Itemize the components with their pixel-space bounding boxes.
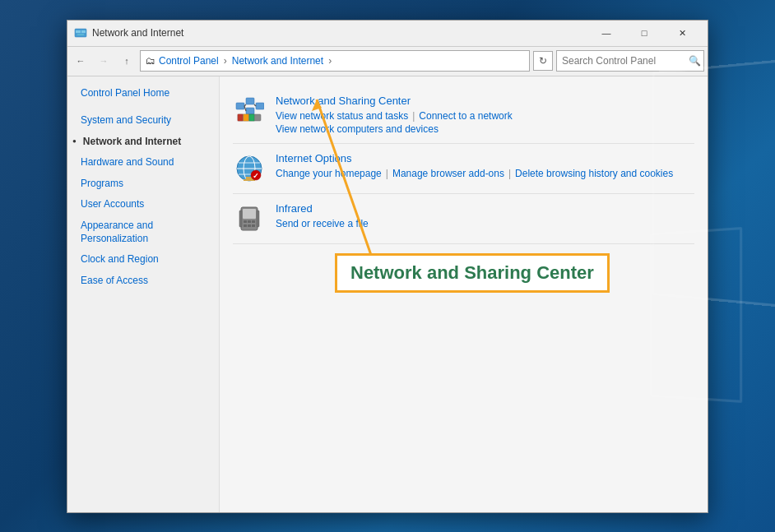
delete-browsing-history-link[interactable]: Delete browsing history and cookies bbox=[515, 168, 673, 179]
sidebar: Control Panel Home System and Security N… bbox=[67, 76, 220, 512]
control-panel-window: Network and Internet — □ ✕ ← → ↑ 🗂 Contr… bbox=[67, 20, 708, 513]
sidebar-item-control-panel-home[interactable]: Control Panel Home bbox=[67, 83, 219, 104]
svg-rect-27 bbox=[248, 220, 251, 223]
forward-button[interactable]: → bbox=[94, 51, 114, 71]
sidebar-label-appearance: Appearance andPersonalization bbox=[81, 220, 153, 245]
path-control-panel[interactable]: Control Panel bbox=[159, 55, 219, 67]
svg-rect-5 bbox=[246, 98, 254, 104]
title-bar: Network and Internet — □ ✕ bbox=[67, 21, 708, 47]
svg-rect-4 bbox=[236, 103, 244, 109]
internet-options-title[interactable]: Internet Options bbox=[276, 152, 673, 164]
path-network-internet[interactable]: Network and Internet bbox=[232, 55, 323, 67]
svg-rect-1 bbox=[76, 30, 81, 33]
network-sharing-info: Network and Sharing Center View network … bbox=[276, 95, 513, 135]
minimize-button[interactable]: — bbox=[587, 20, 625, 46]
svg-rect-12 bbox=[238, 114, 243, 121]
path-icon: 🗂 bbox=[146, 55, 155, 67]
svg-rect-2 bbox=[81, 30, 86, 33]
category-infrared: Infrared Send or receive a file bbox=[233, 194, 694, 244]
svg-rect-25 bbox=[243, 209, 256, 219]
infrared-links: Send or receive a file bbox=[276, 218, 369, 229]
view-network-status-link[interactable]: View network status and tasks bbox=[276, 110, 408, 122]
sidebar-item-programs[interactable]: Programs bbox=[67, 173, 219, 195]
sidebar-item-hardware-sound[interactable]: Hardware and Sound bbox=[67, 152, 219, 173]
manage-browser-addons-link[interactable]: Manage browser add-ons bbox=[392, 168, 504, 179]
view-network-computers-link[interactable]: View network computers and devices bbox=[276, 123, 513, 135]
change-homepage-link[interactable]: Change your homepage bbox=[276, 168, 382, 179]
svg-rect-29 bbox=[244, 224, 247, 227]
category-network-sharing: Network and Sharing Center View network … bbox=[233, 86, 694, 144]
back-button[interactable]: ← bbox=[71, 51, 90, 71]
sidebar-item-appearance[interactable]: Appearance andPersonalization bbox=[67, 215, 219, 249]
sidebar-item-user-accounts[interactable]: User Accounts bbox=[67, 194, 219, 215]
svg-rect-28 bbox=[252, 220, 255, 223]
network-sharing-title[interactable]: Network and Sharing Center bbox=[276, 95, 513, 107]
address-bar: ← → ↑ 🗂 Control Panel › Network and Inte… bbox=[67, 47, 708, 76]
internet-options-links: Change your homepage | Manage browser ad… bbox=[276, 168, 673, 179]
send-receive-file-link[interactable]: Send or receive a file bbox=[276, 218, 369, 229]
refresh-button[interactable]: ↻ bbox=[533, 51, 553, 71]
svg-rect-13 bbox=[244, 114, 248, 121]
infrared-icon bbox=[233, 202, 266, 235]
sidebar-label-ease-of-access: Ease of Access bbox=[81, 275, 148, 288]
svg-rect-6 bbox=[246, 108, 254, 114]
svg-rect-32 bbox=[239, 210, 242, 227]
sidebar-label-hardware-sound: Hardware and Sound bbox=[81, 156, 174, 169]
sidebar-label-system-security: System and Security bbox=[81, 114, 171, 127]
svg-rect-33 bbox=[257, 210, 259, 227]
content-panel: Network and Sharing Center View network … bbox=[220, 76, 708, 512]
svg-rect-3 bbox=[77, 34, 84, 35]
category-internet-options: ✓ Internet Options Change your homepage … bbox=[233, 144, 694, 194]
internet-options-info: Internet Options Change your homepage | … bbox=[276, 152, 673, 179]
annotation-box: Network and Sharing Center bbox=[335, 253, 610, 293]
maximize-button[interactable]: □ bbox=[625, 20, 663, 46]
internet-options-icon: ✓ bbox=[233, 152, 266, 185]
svg-rect-30 bbox=[248, 224, 251, 227]
network-sharing-icon bbox=[233, 95, 266, 127]
sidebar-label-network-internet: Network and Internet bbox=[83, 136, 181, 149]
sidebar-label-control-panel-home: Control Panel Home bbox=[81, 87, 169, 100]
cat-sep-3: | bbox=[508, 168, 511, 179]
main-content: Control Panel Home System and Security N… bbox=[67, 76, 708, 512]
svg-rect-7 bbox=[256, 103, 264, 109]
sidebar-item-network-internet[interactable]: Network and Internet bbox=[67, 132, 219, 153]
cat-sep-2: | bbox=[386, 168, 388, 179]
window-title: Network and Internet bbox=[92, 27, 587, 39]
svg-rect-31 bbox=[252, 224, 255, 227]
search-icon[interactable]: 🔍 bbox=[689, 55, 701, 67]
sidebar-item-clock-region[interactable]: Clock and Region bbox=[67, 249, 219, 271]
infrared-info: Infrared Send or receive a file bbox=[276, 202, 369, 229]
window-controls: — □ ✕ bbox=[587, 20, 701, 46]
network-sharing-links: View network status and tasks | Connect … bbox=[276, 110, 513, 122]
svg-text:✓: ✓ bbox=[253, 172, 259, 180]
svg-line-9 bbox=[244, 106, 246, 111]
window-icon bbox=[74, 26, 87, 39]
svg-rect-26 bbox=[244, 220, 247, 223]
address-path[interactable]: 🗂 Control Panel › Network and Internet › bbox=[140, 50, 530, 72]
infrared-title[interactable]: Infrared bbox=[276, 202, 369, 215]
cat-sep-1: | bbox=[412, 110, 415, 122]
connect-to-network-link[interactable]: Connect to a network bbox=[419, 110, 512, 122]
sidebar-label-programs: Programs bbox=[81, 178, 123, 191]
svg-line-10 bbox=[254, 104, 256, 106]
path-sep-1: › bbox=[224, 55, 227, 67]
svg-rect-14 bbox=[249, 114, 254, 121]
sidebar-item-ease-of-access[interactable]: Ease of Access bbox=[67, 271, 219, 292]
path-sep-2: › bbox=[328, 55, 332, 67]
svg-line-8 bbox=[244, 104, 246, 106]
close-button[interactable]: ✕ bbox=[663, 20, 701, 46]
annotation-label: Network and Sharing Center bbox=[350, 262, 594, 283]
search-box: 🔍 bbox=[556, 50, 704, 72]
sidebar-item-system-security[interactable]: System and Security bbox=[67, 110, 219, 132]
sidebar-label-clock-region: Clock and Region bbox=[81, 253, 159, 266]
up-button[interactable]: ↑ bbox=[117, 51, 137, 71]
sidebar-label-user-accounts: User Accounts bbox=[81, 198, 144, 211]
search-input[interactable] bbox=[562, 55, 685, 67]
